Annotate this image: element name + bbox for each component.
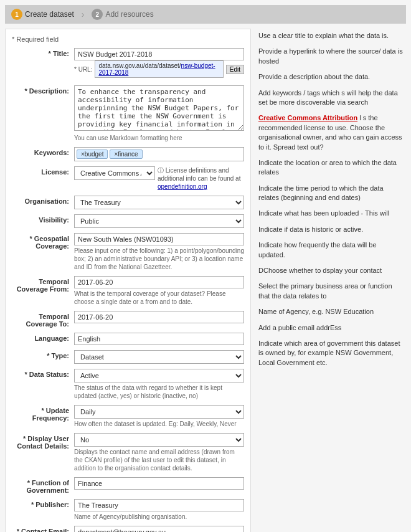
temporal-from-input[interactable] — [74, 276, 244, 288]
url-row: * URL: data.nsw.gov.au/data/dataset/nsw-… — [74, 60, 244, 78]
publisher-control: Name of Agency/publishing organisation. — [74, 499, 244, 521]
annotation-3: Provide a description about the data. — [258, 72, 404, 82]
publisher-label: * Publisher: — [12, 499, 74, 508]
publisher-input[interactable] — [74, 499, 244, 511]
license-link: opendefinition.org — [158, 183, 207, 190]
url-value: data.nsw.gov.au/data/dataset/nsw-budget-… — [95, 60, 223, 78]
url-label: * URL: — [74, 66, 92, 73]
license-info: ⓘ License definitions and additional inf… — [158, 166, 244, 191]
organisation-label: Organisation: — [12, 196, 74, 205]
data-status-hint: The status of the data with regard to wh… — [74, 384, 244, 400]
annotation-8: Indicate what has been uploaded - This w… — [258, 209, 404, 218]
step-divider: › — [82, 9, 85, 19]
annotation-15: Indicate which area of government this d… — [258, 339, 404, 368]
form-panel: * Required field * Title: * URL: data.ns… — [5, 29, 251, 532]
display-user-control: No Displays the contact name and email a… — [74, 433, 244, 472]
geospatial-control: Please input one of the following: 1) a … — [74, 233, 244, 271]
update-freq-row: * Update Frequency: Daily How often the … — [12, 405, 244, 428]
license-select-wrap: Creative Commons Attribut... — [74, 166, 155, 180]
title-control: * URL: data.nsw.gov.au/data/dataset/nsw-… — [74, 48, 244, 80]
language-label: Language: — [12, 333, 74, 342]
organisation-select[interactable]: The Treasury — [74, 196, 244, 209]
step-2-label: Add resources — [105, 10, 153, 19]
organisation-row: Organisation: The Treasury — [12, 196, 244, 209]
description-input[interactable]: To enhance the transparency and accessib… — [74, 85, 244, 131]
data-status-row: * Data Status: Active The status of the … — [12, 369, 244, 400]
step-1: 1 Create dataset — [11, 9, 74, 20]
temporal-to-control — [74, 311, 244, 323]
url-prefix: data.nsw.gov.au/data/dataset/ — [98, 62, 181, 69]
data-status-label: * Data Status: — [12, 369, 74, 378]
tag-budget: × budget — [77, 150, 108, 159]
description-row: * Description: To enhance the transparen… — [12, 85, 244, 142]
license-row: License: Creative Commons Attribut... ⓘ … — [12, 166, 244, 191]
contact-email-label: * Contact Email: — [12, 526, 74, 532]
visibility-row: Visibility: Public — [12, 214, 244, 228]
visibility-select[interactable]: Public — [74, 214, 244, 228]
display-user-hint: Displays the contact name and email addr… — [74, 448, 244, 472]
temporal-to-input[interactable] — [74, 311, 244, 323]
steps-bar: 1 Create dataset › 2 Add resources — [5, 5, 406, 24]
description-control: To enhance the transparency and accessib… — [74, 85, 244, 142]
organisation-control: The Treasury — [74, 196, 244, 209]
data-status-select[interactable]: Active — [74, 369, 244, 382]
temporal-from-row: Temporal Coverage From: What is the temp… — [12, 276, 244, 306]
description-label: * Description: — [12, 85, 74, 95]
display-user-label: * Display User Contact Details: — [12, 433, 74, 450]
keywords-control: × budget × finance — [74, 147, 244, 161]
visibility-control: Public — [74, 214, 244, 228]
update-freq-select[interactable]: Daily — [74, 405, 244, 419]
license-control: Creative Commons Attribut... ⓘ License d… — [74, 166, 244, 191]
url-edit-button[interactable]: Edit — [226, 65, 244, 74]
tag-finance-label: finance — [118, 151, 138, 158]
description-hint: You can use Markdown formatting here — [74, 134, 244, 142]
temporal-to-row: Temporal Coverage To: — [12, 311, 244, 328]
annotation-8-extra: This will — [365, 209, 389, 217]
step-1-label: Create dataset — [25, 10, 74, 19]
annotation-5: Creative Commons Attribution l s the rec… — [258, 113, 404, 152]
temporal-to-label: Temporal Coverage To: — [12, 311, 74, 328]
annotation-13: Name of Agency, e.g. NSW Education — [258, 307, 404, 316]
title-input[interactable] — [74, 48, 244, 60]
geospatial-row: * Geospatial Coverage: Please input one … — [12, 233, 244, 271]
update-freq-hint: How often the dataset is updated. Eg: Da… — [74, 420, 244, 428]
display-user-row: * Display User Contact Details: No Displ… — [12, 433, 244, 472]
update-freq-label: * Update Frequency: — [12, 405, 74, 422]
geospatial-label: * Geospatial Coverage: — [12, 233, 74, 250]
temporal-from-label: Temporal Coverage From: — [12, 276, 74, 293]
type-select[interactable]: Dataset — [74, 350, 244, 364]
title-label: * Title: — [12, 48, 74, 57]
annotation-10: Indicate how frequently the data will be… — [258, 240, 404, 260]
tag-budget-label: budget — [85, 151, 104, 158]
contact-email-control: A publicly-displayed email address for q… — [74, 526, 244, 532]
annotation-8-text: Indicate what has been uploaded - — [258, 209, 363, 217]
annotation-5-link: Creative Commons Attribution — [258, 114, 357, 121]
function-control — [74, 477, 244, 490]
geospatial-input[interactable] — [74, 233, 244, 245]
language-control — [74, 333, 244, 345]
contact-email-row: * Contact Email: A publicly-displayed em… — [12, 526, 244, 532]
language-input[interactable] — [74, 333, 244, 345]
annotation-2: Provide a hyperlink to where the source/… — [258, 47, 404, 66]
data-status-control: Active The status of the data with regar… — [74, 369, 244, 400]
tag-finance: × finance — [110, 150, 142, 159]
annotation-14: Add a public email addrEss — [258, 323, 404, 333]
language-row: Language: — [12, 333, 244, 345]
function-row: * Function of Government: — [12, 477, 244, 494]
keywords-label: Keywords: — [12, 147, 74, 156]
function-input[interactable] — [74, 477, 244, 490]
annotation-11: DChoose whether to dsplay your contact — [258, 266, 404, 275]
display-user-select[interactable]: No — [74, 433, 244, 447]
step-2-circle: 2 — [92, 9, 103, 20]
required-note: * Required field — [12, 36, 244, 43]
contact-email-input[interactable] — [74, 526, 244, 532]
function-label: * Function of Government: — [12, 477, 74, 494]
tag-container[interactable]: × budget × finance — [74, 147, 244, 161]
visibility-label: Visibility: — [12, 214, 74, 224]
license-select[interactable]: Creative Commons Attribut... — [74, 166, 155, 180]
annotation-6: Indicate the location or area to which t… — [258, 158, 404, 178]
publisher-row: * Publisher: Name of Agency/publishing o… — [12, 499, 244, 521]
main-layout: * Required field * Title: * URL: data.ns… — [5, 29, 406, 532]
license-inner: Creative Commons Attribut... ⓘ License d… — [74, 166, 244, 191]
step-2: 2 Add resources — [92, 9, 153, 20]
